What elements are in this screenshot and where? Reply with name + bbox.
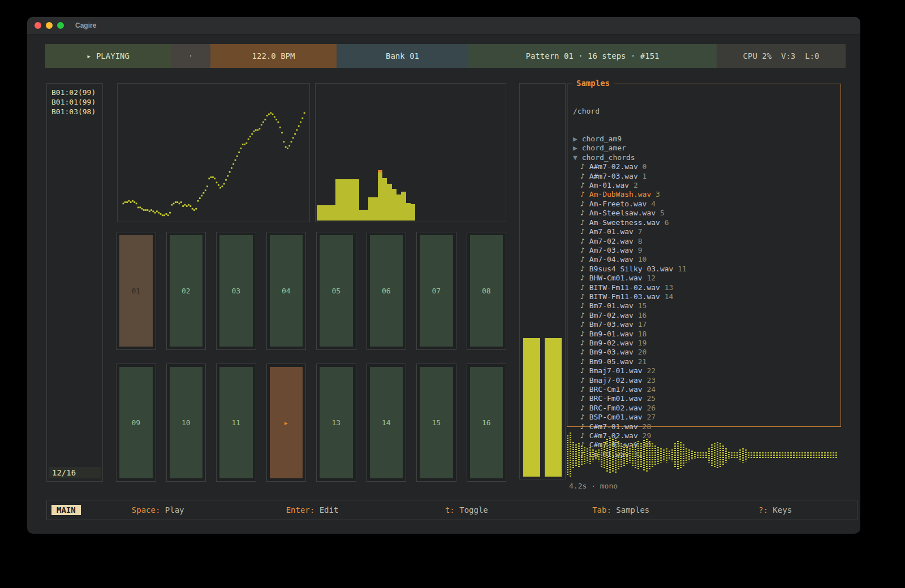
pad-11[interactable]: 11	[216, 364, 256, 482]
shortcut-key: Tab:	[592, 505, 611, 514]
sample-row[interactable]: ♪ BSP-Cm01.wav 27	[573, 413, 835, 422]
pattern-display[interactable]: Pattern 01 · 16 steps · #151	[468, 44, 717, 68]
waveform-column	[790, 452, 792, 458]
pad-03[interactable]: 03	[216, 232, 256, 350]
sample-row[interactable]: ♪ Bm7-03.wav 17	[573, 320, 835, 329]
sample-index: 24	[643, 385, 656, 394]
sample-row[interactable]: ♪ Am-Freeto.wav 4	[573, 200, 835, 209]
maximize-button[interactable]	[57, 22, 64, 29]
sample-row[interactable]: ♪ Am7-01.wav 7	[573, 227, 835, 236]
sample-row[interactable]: ♪ Am7-04.wav 10	[573, 255, 835, 264]
shortcut-key: Space:	[132, 505, 161, 514]
sample-row[interactable]: ♪ A#m7-02.wav 0	[573, 162, 835, 171]
pad-06[interactable]: 06	[367, 232, 407, 350]
shortcut-play: Space: Play	[81, 505, 235, 514]
sample-index: 6	[660, 218, 669, 227]
sample-row[interactable]: ♪ BRC-Fm02.wav 26	[573, 404, 835, 413]
pad-09[interactable]: 09	[116, 364, 156, 482]
waveform-column	[799, 452, 800, 458]
shortcut-action: Toggle	[455, 505, 488, 514]
sample-name: Am-Steelsaw.wav	[589, 209, 656, 217]
waveform-column	[660, 448, 662, 462]
waveform-column	[567, 435, 568, 475]
sample-row[interactable]: ♪ Am-Steelsaw.wav 5	[573, 209, 835, 218]
waveform-column	[652, 443, 653, 467]
sample-row[interactable]: ♪ Am-01.wav 2	[573, 181, 835, 190]
metronome-indicator: ·	[171, 44, 210, 68]
waveform-column	[708, 448, 710, 462]
bpm-display[interactable]: 122.0 BPM	[210, 44, 337, 68]
sample-index: 21	[634, 357, 647, 366]
waveform-column	[677, 441, 679, 469]
sample-row[interactable]: ♪ A#m7-03.wav 1	[573, 172, 835, 181]
footer-bar: MAIN Space: PlayEnter: Editt: ToggleTab:…	[46, 500, 857, 520]
tree-folder-chord_am9[interactable]: ▶ chord_am9	[573, 135, 835, 144]
samples-panel-title: Samples	[572, 79, 614, 88]
pad-label: 04	[282, 287, 291, 295]
histogram-bar	[411, 204, 415, 220]
sample-name: Am-Sweetness.wav	[589, 218, 660, 227]
pad-08[interactable]: 08	[467, 232, 507, 350]
sample-row[interactable]: ♪ Bm9-03.wav 20	[573, 348, 835, 357]
bank-display[interactable]: Bank 01	[337, 44, 468, 68]
waveform-column	[584, 447, 585, 464]
event-log-panel: B01:02(99)B01:01(99)B01:03(98) 12/16	[46, 83, 103, 482]
pad-12[interactable]: ▸	[266, 364, 307, 482]
cpu-display: CPU 2% V:3 L:0	[717, 44, 846, 68]
sample-name: A#m7-02.wav	[589, 162, 638, 171]
minimize-button[interactable]	[46, 22, 53, 29]
pad-13[interactable]: 13	[316, 364, 356, 482]
sample-row[interactable]: ♪ Am7-03.wav 9	[573, 246, 835, 255]
sample-index: 23	[643, 376, 656, 384]
sample-name: Am-01.wav	[589, 181, 629, 189]
vu-meter-left	[523, 338, 540, 477]
waveform-column	[736, 452, 738, 458]
tree-folder-chord_amer[interactable]: ▶ chord_amer	[573, 144, 835, 153]
sample-row[interactable]: ♪ B9sus4 Silky 03.wav 11	[573, 265, 835, 274]
waveform-column	[765, 452, 766, 458]
waveform-column	[674, 443, 676, 467]
pad-04[interactable]: 04	[266, 232, 307, 350]
sample-row[interactable]: ♪ Bm9-05.wav 21	[573, 357, 835, 366]
folder-name: chord_am9	[582, 135, 622, 143]
sample-row[interactable]: ♪ BRC-Fm01.wav 25	[573, 394, 835, 403]
sample-row[interactable]: ♪ Am7-02.wav 8	[573, 237, 835, 246]
pad-16[interactable]: 16	[467, 364, 507, 482]
transport-status[interactable]: ▸ PLAYING	[45, 44, 171, 68]
sample-row[interactable]: ♪ Bmaj7-02.wav 23	[573, 376, 835, 385]
pad-02[interactable]: 02	[166, 232, 206, 350]
sample-name: B9sus4 Silky 03.wav	[589, 265, 674, 273]
sample-name: Bm9-05.wav	[589, 357, 634, 366]
sample-row[interactable]: ♪ BITW-Fm11-03.wav 14	[573, 292, 835, 301]
pad-15[interactable]: 15	[416, 364, 456, 482]
waveform-column	[663, 449, 665, 461]
sample-row[interactable]: ♪ Am-DubWash.wav 3	[573, 190, 835, 199]
level-histogram-chart	[315, 83, 506, 222]
sample-row[interactable]: ♪ Bm9-02.wav 19	[573, 339, 835, 348]
music-note-icon: ♪	[580, 413, 589, 421]
waveform-column	[589, 447, 591, 464]
pad-01[interactable]: 01	[116, 232, 156, 350]
tree-folder-chord_chords[interactable]: ▼ chord_chords	[573, 153, 835, 162]
pad-10[interactable]: 10	[166, 364, 206, 482]
pad-05[interactable]: 05	[316, 232, 356, 350]
pad-14[interactable]: 14	[367, 364, 407, 482]
close-button[interactable]	[35, 22, 41, 29]
sample-row[interactable]: ♪ Bm9-01.wav 18	[573, 330, 835, 339]
histogram-bar	[392, 189, 397, 220]
sample-row[interactable]: ♪ BITW-Fm11-02.wav 13	[573, 283, 835, 292]
sample-row[interactable]: ♪ C#m7-01.wav 28	[573, 422, 835, 431]
sample-row[interactable]: ♪ Bm7-02.wav 16	[573, 311, 835, 320]
sample-row[interactable]: ♪ Bmaj7-01.wav 22	[573, 366, 835, 375]
sample-index: 25	[643, 394, 656, 403]
waveform-column	[615, 438, 617, 473]
sample-row[interactable]: ♪ Am-Sweetness.wav 6	[573, 218, 835, 227]
sample-index: 2	[629, 181, 638, 189]
sample-row[interactable]: ♪ Bm7-01.wav 15	[573, 301, 835, 310]
waveform-column	[734, 452, 735, 458]
waveform-column	[620, 443, 622, 467]
sample-row[interactable]: ♪ BHW-Cm01.wav 12	[573, 274, 835, 283]
waveform-column	[804, 452, 806, 458]
sample-row[interactable]: ♪ BRC-Cm17.wav 24	[573, 385, 835, 394]
pad-07[interactable]: 07	[416, 232, 456, 350]
